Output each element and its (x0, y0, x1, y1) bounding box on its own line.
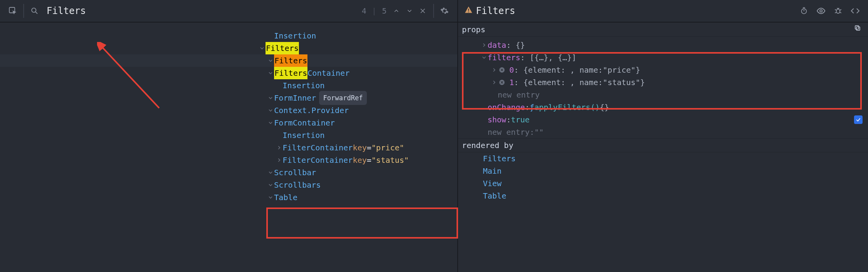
rendered-by-item[interactable]: Table (458, 190, 868, 202)
tree-token: Filters (266, 42, 299, 54)
caret-right-icon[interactable] (276, 158, 283, 162)
props-panel[interactable]: data: {}filters: [{…}, {…}]0: {element: … (458, 37, 868, 138)
rendered-by-list: FiltersMainViewTable (458, 152, 868, 202)
tree-token: Insertion (283, 129, 325, 141)
rendered-by-item[interactable]: Filters (458, 152, 868, 165)
tree-row[interactable]: FilterContainer key="price" (0, 141, 457, 154)
rendered-by-label: rendered by (462, 141, 513, 150)
tree-token: "price" (372, 141, 404, 154)
tree-row[interactable]: Insertion (0, 129, 457, 141)
rendered-by-item[interactable]: View (458, 177, 868, 190)
rendered-by-header: rendered by (458, 138, 868, 152)
caret-right-icon[interactable] (491, 80, 498, 85)
suspend-icon[interactable] (797, 4, 811, 17)
debug-icon[interactable] (832, 4, 845, 17)
search-input[interactable]: Filters (47, 5, 86, 16)
tree-row[interactable]: Insertion (0, 30, 457, 42)
tree-token: "status" (372, 154, 409, 166)
search-icon[interactable] (28, 4, 41, 17)
svg-point-1 (32, 8, 36, 12)
tree-token: FilterContainer (283, 154, 353, 166)
annotation-box-left (266, 207, 458, 239)
tree-token: Scrollbar (274, 166, 316, 179)
boolean-checkbox[interactable] (854, 115, 863, 124)
component-tree[interactable]: InsertionFiltersFiltersFiltersContainerI… (0, 23, 457, 272)
caret-down-icon[interactable] (259, 46, 266, 51)
tree-row[interactable]: Table (0, 191, 457, 204)
caret-down-icon[interactable] (267, 108, 274, 113)
delete-entry-icon[interactable] (498, 66, 506, 74)
svg-rect-9 (855, 26, 859, 29)
caret-right-icon[interactable] (481, 43, 488, 47)
prop-row[interactable]: new entry (458, 89, 868, 101)
caret-down-icon[interactable] (267, 195, 274, 200)
new-entry[interactable]: new entry (498, 90, 540, 99)
warning-icon (464, 6, 473, 16)
tree-token: Filters (274, 54, 307, 67)
settings-icon[interactable] (438, 4, 451, 17)
tree-token: FormContainer (274, 117, 335, 129)
caret-right-icon[interactable] (276, 145, 283, 150)
caret-down-icon[interactable] (267, 120, 274, 125)
delete-entry-icon[interactable] (498, 78, 506, 87)
tree-row[interactable]: Scrollbars (0, 179, 457, 191)
prop-row[interactable]: onChange: ƒ applyFilters() {} (458, 101, 868, 113)
caret-down-icon[interactable] (481, 55, 488, 60)
svg-point-5 (802, 9, 807, 14)
tree-token: = (367, 154, 372, 166)
copy-props-icon[interactable] (854, 24, 864, 35)
search-match-count: 4 | 5 (362, 6, 387, 16)
tree-token: FormInner (274, 92, 316, 104)
inspect-dom-icon[interactable] (814, 4, 828, 17)
next-match-icon[interactable] (403, 4, 416, 17)
tree-token: Container (307, 67, 349, 79)
tree-row[interactable]: Context.Provider (0, 104, 457, 117)
svg-point-7 (836, 9, 840, 13)
view-source-icon[interactable] (849, 4, 862, 17)
right-toolbar: Filters (458, 0, 868, 23)
tree-token: Insertion (283, 79, 325, 92)
tree-token: key (353, 154, 367, 166)
tree-row[interactable]: FilterContainer key="status" (0, 154, 457, 166)
prop-row[interactable]: filters: [{…}, {…}] (458, 51, 868, 64)
caret-down-icon[interactable] (267, 183, 274, 187)
tree-token: Scrollbars (274, 179, 321, 191)
svg-point-6 (820, 10, 822, 12)
tree-token: ForwardRef (319, 91, 366, 105)
svg-rect-3 (468, 9, 469, 10)
selected-component-title: Filters (476, 5, 515, 16)
tree-row[interactable]: Insertion (0, 79, 457, 92)
svg-rect-8 (856, 27, 860, 30)
left-toolbar: Filters 4 | 5 (0, 0, 457, 23)
caret-down-icon[interactable] (267, 96, 274, 100)
prev-match-icon[interactable] (390, 4, 403, 17)
tree-token: = (367, 141, 372, 154)
prop-row[interactable]: new entry: "" (458, 126, 868, 138)
element-picker-icon[interactable] (6, 4, 19, 17)
prop-row[interactable]: show: true (458, 113, 868, 126)
tree-row[interactable]: Filters (0, 54, 457, 67)
rendered-by-item[interactable]: Main (458, 165, 868, 177)
tree-token: Table (274, 191, 297, 204)
tree-token: Filters (274, 67, 307, 79)
tree-row[interactable]: Scrollbar (0, 166, 457, 179)
caret-down-icon[interactable] (267, 58, 274, 63)
separator (23, 4, 24, 18)
tree-row[interactable]: FormInnerForwardRef (0, 92, 457, 104)
caret-down-icon[interactable] (267, 170, 274, 175)
tree-token: key (353, 141, 367, 154)
tree-row[interactable]: Filters (0, 42, 457, 54)
caret-right-icon[interactable] (491, 68, 498, 72)
props-header: props (458, 23, 868, 37)
caret-down-icon[interactable] (267, 71, 274, 75)
tree-row[interactable]: FiltersContainer (0, 67, 457, 79)
prop-row[interactable]: 0: {element: , name: "price"} (458, 64, 868, 76)
tree-token: Insertion (274, 30, 316, 42)
props-label: props (462, 25, 485, 34)
prop-row[interactable]: data: {} (458, 39, 868, 51)
tree-row[interactable]: FormContainer (0, 117, 457, 129)
prop-row[interactable]: 1: {element: , name: "status"} (458, 76, 868, 89)
clear-search-icon[interactable] (416, 4, 429, 17)
svg-rect-4 (468, 11, 469, 12)
tree-token: Context.Provider (274, 104, 349, 117)
